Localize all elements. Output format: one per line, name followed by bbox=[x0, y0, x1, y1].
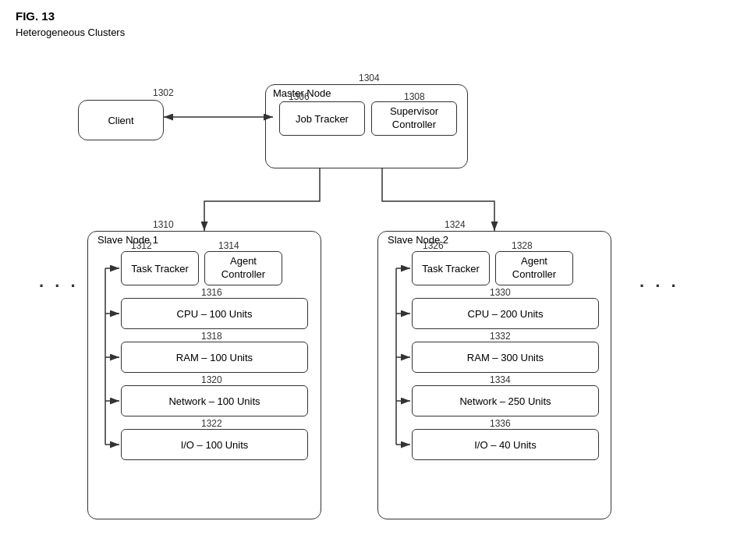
network2-ref: 1334 bbox=[490, 374, 511, 385]
task-tracker1-ref: 1312 bbox=[131, 240, 152, 251]
figure-subtitle: Heterogeneous Clusters bbox=[16, 27, 125, 38]
io1-ref: 1322 bbox=[201, 418, 222, 429]
io2-box: I/O – 40 Units bbox=[412, 429, 599, 460]
slave-node1-ref: 1310 bbox=[153, 219, 174, 230]
cpu1-box: CPU – 100 Units bbox=[121, 298, 308, 329]
network1-box: Network – 100 Units bbox=[121, 385, 308, 416]
task-tracker2-box: Task Tracker bbox=[412, 251, 490, 285]
supervisor-controller-box: Supervisor Controller bbox=[371, 101, 457, 136]
supervisor-controller-ref: 1308 bbox=[404, 91, 425, 102]
cpu1-ref: 1316 bbox=[201, 287, 222, 298]
network2-box: Network – 250 Units bbox=[412, 385, 599, 416]
agent-controller1-box: Agent Controller bbox=[204, 251, 282, 285]
task-tracker1-label: Task Tracker bbox=[131, 263, 189, 275]
job-tracker-ref: 1306 bbox=[289, 91, 310, 102]
ram2-label: RAM – 300 Units bbox=[467, 352, 544, 363]
supervisor-controller-label: Supervisor Controller bbox=[390, 105, 438, 132]
client-label: Client bbox=[108, 115, 133, 126]
agent-controller1-label: Agent Controller bbox=[221, 255, 265, 282]
agent-controller2-label: Agent Controller bbox=[512, 255, 556, 282]
client-box: Client bbox=[78, 100, 164, 140]
agent-controller1-ref: 1314 bbox=[218, 240, 239, 251]
io1-box: I/O – 100 Units bbox=[121, 429, 308, 460]
ram2-box: RAM – 300 Units bbox=[412, 342, 599, 373]
network2-label: Network – 250 Units bbox=[459, 395, 551, 407]
task-tracker2-ref: 1326 bbox=[423, 240, 444, 251]
io1-label: I/O – 100 Units bbox=[181, 439, 249, 451]
cpu2-ref: 1330 bbox=[490, 287, 511, 298]
master-node-ref: 1304 bbox=[359, 73, 380, 83]
cpu1-label: CPU – 100 Units bbox=[177, 308, 253, 320]
io2-ref: 1336 bbox=[490, 418, 511, 429]
right-dots: . . . bbox=[639, 271, 679, 292]
cpu2-box: CPU – 200 Units bbox=[412, 298, 599, 329]
figure-title: FIG. 13 bbox=[16, 9, 55, 23]
client-ref: 1302 bbox=[153, 87, 174, 98]
job-tracker-label: Job Tracker bbox=[296, 113, 349, 125]
network1-label: Network – 100 Units bbox=[168, 395, 260, 407]
agent-controller2-box: Agent Controller bbox=[495, 251, 573, 285]
task-tracker1-box: Task Tracker bbox=[121, 251, 199, 285]
agent-controller2-ref: 1328 bbox=[512, 240, 533, 251]
cpu2-label: CPU – 200 Units bbox=[468, 308, 544, 320]
slave-node2-ref: 1324 bbox=[445, 219, 466, 230]
ram2-ref: 1332 bbox=[490, 331, 511, 342]
task-tracker2-label: Task Tracker bbox=[422, 263, 480, 275]
network1-ref: 1320 bbox=[201, 374, 222, 385]
ram1-ref: 1318 bbox=[201, 331, 222, 342]
ram1-label: RAM – 100 Units bbox=[176, 352, 253, 363]
job-tracker-box: Job Tracker bbox=[279, 101, 365, 136]
ram1-box: RAM – 100 Units bbox=[121, 342, 308, 373]
io2-label: I/O – 40 Units bbox=[474, 439, 536, 451]
left-dots: . . . bbox=[39, 271, 79, 292]
diagram-page: FIG. 13 Heterogeneous Clusters Client 13… bbox=[0, 0, 744, 560]
